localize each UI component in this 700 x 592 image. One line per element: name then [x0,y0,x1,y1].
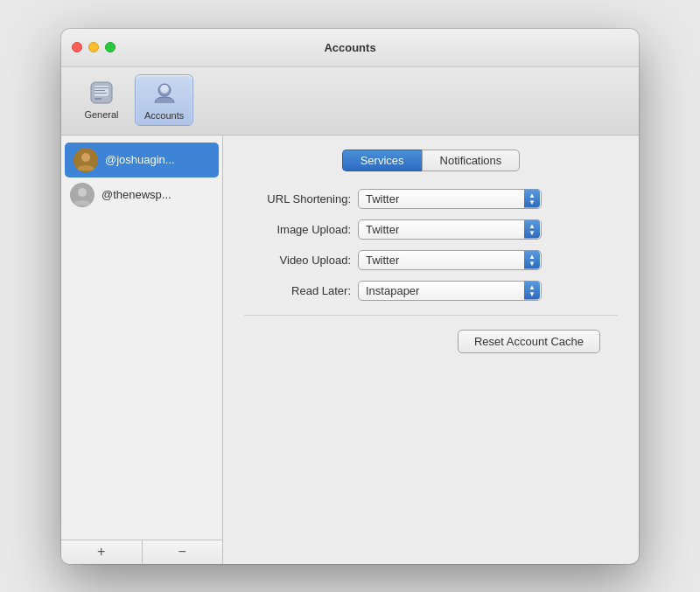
svg-rect-4 [94,90,105,91]
tab-services[interactable]: Services [342,150,422,171]
account-item-1[interactable]: @joshuagin... [65,143,219,178]
traffic-lights [72,42,116,52]
image-upload-select[interactable]: Twitter Imgur Flickr [358,219,542,240]
video-upload-select-wrapper: Twitter YouTube Vimeo ▲ ▼ [358,250,542,270]
svg-rect-2 [94,98,102,100]
image-upload-select-wrapper: Twitter Imgur Flickr ▲ ▼ [358,219,542,240]
video-upload-row: Video Upload: Twitter YouTube Vimeo ▲ ▼ [244,250,618,270]
url-shortening-select-wrapper: Twitter bit.ly TinyURL ▲ ▼ [358,189,542,209]
account-item-2[interactable]: @thenewsp... [61,178,222,212]
svg-point-8 [161,85,168,92]
reset-account-cache-button[interactable]: Reset Account Cache [458,330,600,353]
tab-notifications[interactable]: Notifications [422,150,521,171]
divider [244,315,618,316]
titlebar: Accounts [61,29,639,67]
right-panel: Services Notifications URL Shortening: T… [223,136,639,564]
avatar-img-2 [70,183,94,207]
accounts-toolbar-button[interactable]: Accounts [135,74,193,126]
read-later-row: Read Later: Instapaper Pocket Readabilit… [244,281,618,301]
account-name-2: @thenewsp... [102,188,172,201]
tab-control: Services Notifications [244,150,618,171]
read-later-label: Read Later: [244,284,358,297]
url-shortening-label: URL Shortening: [244,192,358,205]
add-account-button[interactable]: + [61,540,143,564]
read-later-select-wrapper: Instapaper Pocket Readability ▲ ▼ [358,281,542,301]
main-window: Accounts General [61,29,639,564]
general-label: General [84,109,118,120]
accounts-icon [150,80,178,108]
read-later-select[interactable]: Instapaper Pocket Readability [358,281,542,301]
remove-account-button[interactable]: − [143,540,223,564]
svg-point-12 [78,188,87,197]
window-title: Accounts [324,41,375,54]
accounts-label: Accounts [144,110,184,121]
main-content: @joshuagin... @thenewsp... [61,136,639,564]
avatar-img-1 [74,148,98,172]
avatar-2 [70,183,94,207]
minimize-button[interactable] [88,42,99,52]
sidebar-controls: + − [61,540,222,564]
url-shortening-select[interactable]: Twitter bit.ly TinyURL [358,189,542,209]
svg-point-10 [81,153,90,162]
general-icon [88,79,116,107]
video-upload-label: Video Upload: [244,254,358,267]
avatar-1 [74,148,98,172]
video-upload-select[interactable]: Twitter YouTube Vimeo [358,250,542,270]
image-upload-label: Image Upload: [244,223,358,236]
general-toolbar-button[interactable]: General [75,74,128,126]
close-button[interactable] [72,42,82,52]
services-form: URL Shortening: Twitter bit.ly TinyURL ▲… [244,189,618,301]
toolbar: General Accounts [61,67,639,136]
image-upload-row: Image Upload: Twitter Imgur Flickr ▲ ▼ [244,219,618,240]
maximize-button[interactable] [105,42,116,52]
account-name-1: @joshuagin... [105,153,175,166]
url-shortening-row: URL Shortening: Twitter bit.ly TinyURL ▲… [244,189,618,209]
svg-rect-3 [94,87,108,88]
account-list: @joshuagin... @thenewsp... [61,143,222,540]
svg-rect-5 [94,93,107,94]
sidebar: @joshuagin... @thenewsp... [61,136,223,564]
